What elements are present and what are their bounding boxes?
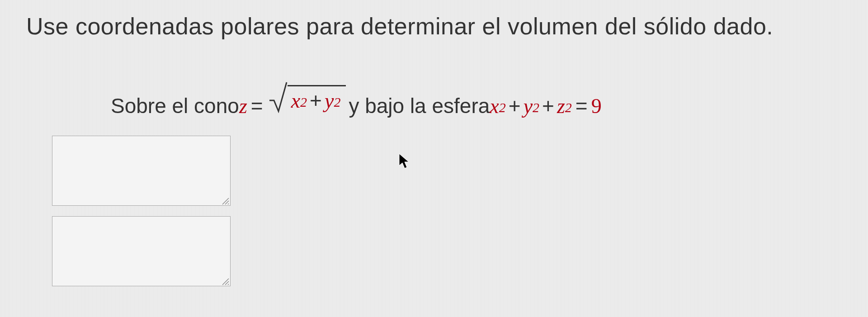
- radicand: x 2 + y 2: [288, 85, 346, 113]
- var-x-sphere: x: [490, 94, 499, 118]
- equals-sign-2: =: [576, 94, 588, 118]
- var-x-rad: x: [291, 89, 300, 113]
- sphere-rhs: 9: [591, 94, 602, 118]
- question-prompt: Use coordenadas polares para determinar …: [26, 13, 773, 40]
- exp-y-sphere: 2: [533, 100, 539, 115]
- plus-sphere-1: +: [509, 94, 521, 118]
- exp-x-sphere: 2: [499, 100, 506, 115]
- var-z-cone: z: [239, 94, 247, 118]
- exp-z-sphere: 2: [565, 100, 572, 115]
- mouse-cursor-icon: [398, 153, 410, 170]
- var-z-sphere: z: [557, 94, 565, 118]
- exp-y-rad: 2: [334, 95, 340, 110]
- text-prefix: Sobre el cono: [111, 94, 239, 118]
- equation-line: Sobre el cono z = x 2 + y 2 y bajo la es…: [111, 80, 602, 118]
- var-y-sphere: y: [524, 94, 533, 118]
- exp-x-rad: 2: [300, 95, 307, 110]
- plus-rad: +: [310, 88, 322, 113]
- radical-icon: [269, 80, 288, 113]
- plus-sphere-2: +: [542, 94, 554, 118]
- answer-input-2[interactable]: [52, 216, 231, 286]
- var-y-rad: y: [325, 89, 334, 113]
- equals-sign-1: =: [251, 94, 263, 118]
- answer-input-1[interactable]: [52, 136, 231, 206]
- square-root: x 2 + y 2: [269, 80, 346, 113]
- text-mid: y bajo la esfera: [349, 94, 490, 118]
